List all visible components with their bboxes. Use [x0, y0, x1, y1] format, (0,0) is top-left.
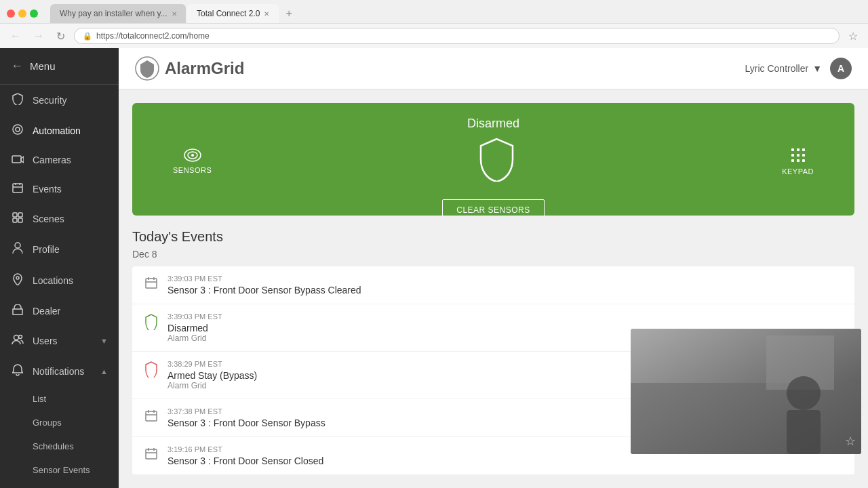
browser-chrome: Why pay an installer when y... ✕ Total C… [0, 0, 868, 48]
bookmark-button[interactable]: ☆ [845, 28, 861, 44]
sidebar-item-scenes[interactable]: Scenes [0, 204, 119, 234]
address-bar[interactable]: 🔒 https://totalconnect2.com/home [74, 28, 840, 44]
armed-status-text: Disarmed [146, 117, 841, 131]
sensors-button[interactable]: SENSORS [173, 148, 212, 174]
security-panel: Disarmed SENSORS [132, 103, 854, 216]
event-desc-5: Sensor 3 : Front Door Sensor Closed [167, 455, 844, 466]
svg-rect-18 [797, 148, 800, 151]
sidebar-item-notifications[interactable]: Notifications ▲ [0, 356, 119, 387]
svg-rect-10 [13, 309, 22, 314]
events-date: Dec 8 [132, 249, 854, 260]
address-text: https://totalconnect2.com/home [96, 31, 210, 41]
svg-rect-27 [146, 279, 157, 288]
sidebar-item-automation[interactable]: Automation [0, 116, 119, 146]
sidebar-scenes-label: Scenes [33, 214, 64, 224]
controller-selector[interactable]: Lyric Controller ▼ [745, 63, 822, 74]
sidebar-events-label: Events [33, 184, 62, 195]
svg-rect-25 [802, 159, 805, 162]
user-avatar[interactable]: A [830, 58, 852, 79]
back-icon: ← [11, 59, 23, 73]
close-dot[interactable] [7, 9, 15, 18]
event-shield-armed-icon [143, 361, 159, 381]
minimize-dot[interactable] [18, 9, 26, 18]
back-button[interactable]: ← [7, 28, 24, 43]
event-shield-disarmed-icon [143, 314, 159, 333]
sidebar: ← Menu Security Automation Cameras [0, 48, 119, 488]
users-arrow-icon: ▼ [100, 337, 108, 345]
browser-dots [7, 9, 38, 18]
automation-icon [11, 124, 24, 138]
events-icon [11, 182, 24, 196]
sidebar-automation-label: Automation [33, 125, 81, 136]
users-icon [11, 334, 24, 348]
shield-container: SENSORS [146, 138, 841, 184]
sidebar-cameras-label: Cameras [33, 155, 71, 165]
sidebar-subitem-schedules[interactable]: Schedules [0, 434, 119, 458]
browser-tab-1[interactable]: Why pay an installer when y... ✕ [50, 4, 186, 23]
sidebar-subitem-groups[interactable]: Groups [0, 411, 119, 434]
tab2-close[interactable]: ✕ [264, 10, 269, 18]
browser-navbar: ← → ↻ 🔒 https://totalconnect2.com/home ☆ [0, 23, 868, 48]
svg-point-16 [191, 154, 194, 157]
notifications-icon [11, 364, 24, 379]
tab1-close[interactable]: ✕ [172, 10, 177, 18]
logo: AlarmGrid [135, 56, 244, 81]
svg-rect-7 [18, 218, 22, 222]
logo-icon [135, 56, 159, 81]
svg-rect-5 [18, 213, 22, 217]
armed-status-area: Disarmed SENSORS [132, 103, 854, 216]
refresh-button[interactable]: ↻ [53, 28, 68, 44]
sidebar-subitem-list[interactable]: List [0, 387, 119, 411]
svg-rect-24 [797, 159, 800, 162]
sidebar-item-cameras[interactable]: Cameras [0, 146, 119, 174]
svg-rect-34 [787, 410, 821, 454]
keypad-button[interactable]: KEYPAD [782, 147, 814, 176]
sidebar-users-label: Users [33, 336, 58, 346]
svg-point-12 [19, 336, 22, 339]
sidebar-item-locations[interactable]: Locations [0, 265, 119, 296]
sidebar-item-users[interactable]: Users ▼ [0, 326, 119, 356]
svg-rect-17 [791, 148, 794, 151]
svg-rect-6 [13, 218, 17, 222]
event-calendar-icon-4 [143, 409, 159, 426]
svg-rect-19 [802, 148, 805, 151]
sidebar-item-dealer[interactable]: Dealer [0, 296, 119, 326]
event-desc-1: Sensor 3 : Front Door Sensor Bypass Clea… [167, 285, 844, 296]
sidebar-subitem-sensor-events[interactable]: Sensor Events [0, 458, 119, 482]
event-details-1: 3:39:03 PM EST Sensor 3 : Front Door Sen… [167, 274, 844, 296]
menu-label: Menu [30, 60, 56, 72]
event-calendar-icon-1 [143, 276, 159, 293]
svg-rect-22 [802, 154, 805, 157]
browser-tab-2[interactable]: Total Connect 2.0 ✕ [187, 4, 279, 23]
clear-sensors-button[interactable]: CLEAR SENSORS [442, 199, 545, 216]
new-tab-button[interactable]: + [280, 4, 297, 23]
video-feed [631, 329, 861, 454]
svg-point-1 [16, 127, 20, 131]
maximize-dot[interactable] [30, 9, 38, 18]
forward-button[interactable]: → [30, 28, 47, 43]
sidebar-dealer-label: Dealer [33, 306, 60, 317]
controller-label: Lyric Controller [745, 63, 809, 74]
svg-rect-2 [12, 156, 21, 163]
browser-titlebar: Why pay an installer when y... ✕ Total C… [0, 0, 868, 23]
video-star-icon[interactable]: ☆ [845, 434, 856, 449]
svg-point-0 [13, 125, 22, 134]
sidebar-item-security[interactable]: Security [0, 85, 119, 116]
event-time-2: 3:39:03 PM EST [167, 312, 844, 321]
event-time-1: 3:39:03 PM EST [167, 274, 844, 283]
events-title: Today's Events [132, 229, 854, 245]
svg-rect-3 [13, 184, 22, 192]
svg-rect-20 [791, 154, 794, 157]
notifications-arrow-icon: ▲ [100, 367, 108, 375]
svg-point-11 [14, 336, 19, 340]
sidebar-menu-button[interactable]: ← Menu [0, 48, 119, 85]
video-overlay: ☆ [631, 329, 861, 454]
svg-rect-31 [631, 383, 861, 454]
sidebar-item-events[interactable]: Events [0, 174, 119, 204]
svg-point-9 [16, 277, 19, 279]
sidebar-item-profile[interactable]: Profile [0, 234, 119, 265]
keypad-label: KEYPAD [782, 167, 814, 176]
svg-point-33 [787, 376, 821, 410]
main-shield-icon [478, 138, 515, 182]
sidebar-locations-label: Locations [33, 275, 73, 286]
